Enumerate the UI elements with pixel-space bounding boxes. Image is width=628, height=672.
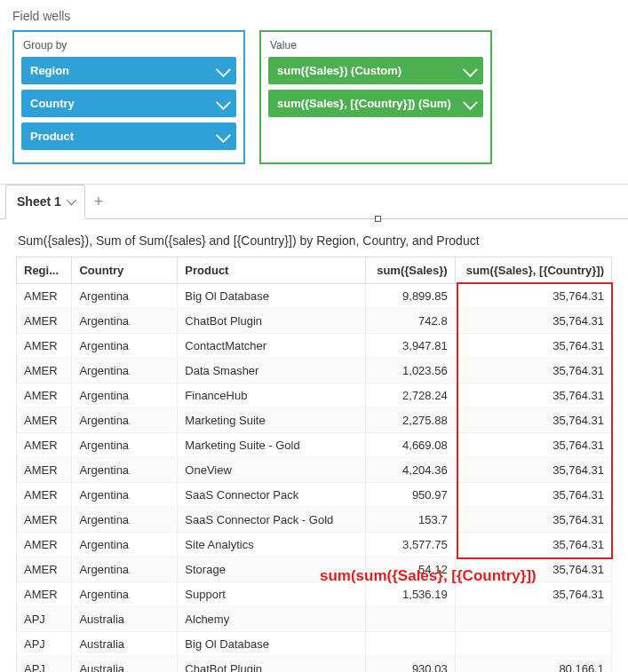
cell-sum-sales: 153.7 [365, 508, 455, 533]
cell-sum-sales: 950.97 [365, 483, 455, 508]
field-wells-row: Group by Region Country Product Value su… [0, 30, 628, 173]
cell-region: AMER [17, 533, 72, 557]
cell-country: Argentina [72, 383, 178, 408]
table-row[interactable]: AMERArgentinaData Smasher1,023.5635,764.… [17, 359, 612, 383]
cell-sum-sales: 1,536.19 [365, 582, 455, 607]
cell-sum-sales-country: 35,764.31 [455, 408, 611, 433]
cell-sum-sales-country: 35,764.31 [455, 458, 611, 483]
table-row[interactable]: AMERArgentinaMarketing Suite2,275.8835,7… [17, 408, 612, 433]
cell-product: Big Ol Database [178, 284, 366, 309]
cell-country: Argentina [72, 284, 178, 309]
group-by-title: Group by [21, 37, 236, 57]
cell-sum-sales-country: 35,764.31 [455, 359, 611, 383]
chevron-down-icon [67, 195, 76, 205]
col-header-sum-sales-country[interactable]: sum({Sales}, [{Country}]) [455, 257, 611, 284]
visual-title: Sum({sales}), Sum of Sum({sales} and [{C… [0, 219, 628, 257]
cell-country: Argentina [72, 359, 178, 383]
table-row[interactable]: APJAustraliaChatBot Plugin930.0380,166.1 [17, 657, 612, 673]
cell-product: Site Analytics [178, 533, 366, 557]
cell-region: AMER [17, 309, 72, 334]
cell-product: Support [178, 582, 366, 607]
cell-region: APJ [17, 657, 72, 673]
cell-sum-sales: 742.8 [365, 309, 455, 334]
cell-product: Marketing Suite - Gold [178, 433, 366, 458]
value-pill-sum-sales[interactable]: sum({Sales}) (Custom) [268, 57, 483, 84]
cell-country: Argentina [72, 483, 178, 508]
cell-region: APJ [17, 632, 72, 657]
cell-region: AMER [17, 408, 72, 433]
cell-product: FinanceHub [178, 383, 366, 408]
cell-product: Marketing Suite [178, 408, 366, 433]
cell-sum-sales-country: 35,764.31 [455, 334, 611, 359]
table-row[interactable]: AMERArgentinaChatBot Plugin742.835,764.3… [17, 309, 612, 334]
col-header-sum-sales[interactable]: sum({Sales}) [365, 257, 455, 284]
field-wells-header: Field wells [0, 0, 628, 30]
cell-country: Argentina [72, 408, 178, 433]
pill-label: Country [30, 97, 75, 110]
col-header-region[interactable]: Regi... [17, 257, 72, 284]
cell-product: Alchemy [178, 607, 366, 632]
cell-country: Argentina [72, 582, 178, 607]
sheet-area: Sheet 1 + Sum({sales}), Sum of Sum({sale… [0, 184, 628, 672]
cell-sum-sales: 2,728.24 [365, 383, 455, 408]
cell-region: AMER [17, 483, 72, 508]
group-pill-product[interactable]: Product [21, 123, 236, 150]
table-row[interactable]: AMERArgentinaOneView4,204.3635,764.31 [17, 458, 612, 483]
cell-product: ChatBot Plugin [178, 309, 366, 334]
cell-sum-sales-country: 35,764.31 [455, 483, 611, 508]
cell-sum-sales-country [455, 607, 611, 632]
cell-region: AMER [17, 359, 72, 383]
cell-product: SaaS Connector Pack - Gold [178, 508, 366, 533]
cell-country: Argentina [72, 508, 178, 533]
table-row[interactable]: AMERArgentinaFinanceHub2,728.2435,764.31 [17, 383, 612, 408]
cell-sum-sales-country [455, 632, 611, 657]
cell-sum-sales [365, 632, 455, 657]
chevron-down-icon [216, 62, 231, 77]
cell-region: AMER [17, 433, 72, 458]
tab-sheet-1[interactable]: Sheet 1 [5, 185, 85, 219]
value-well: Value sum({Sales}) (Custom) sum({Sales},… [259, 30, 492, 164]
col-header-country[interactable]: Country [72, 257, 178, 284]
chevron-down-icon [216, 128, 231, 143]
value-pill-sum-sales-country[interactable]: sum({Sales}, [{Country}]) (Sum) [268, 90, 483, 117]
cell-sum-sales: 3,947.81 [365, 334, 455, 359]
chevron-down-icon [463, 95, 478, 110]
col-header-product[interactable]: Product [178, 257, 366, 284]
selection-handle-icon[interactable] [375, 216, 381, 222]
table-row[interactable]: AMERArgentinaSite Analytics3,577.7535,76… [17, 533, 612, 557]
group-pill-country[interactable]: Country [21, 90, 236, 117]
group-by-well: Group by Region Country Product [12, 30, 245, 164]
cell-sum-sales-country: 35,764.31 [455, 383, 611, 408]
cell-sum-sales-country: 35,764.31 [455, 309, 611, 334]
cell-sum-sales: 4,669.08 [365, 433, 455, 458]
cell-sum-sales: 2,275.88 [365, 408, 455, 433]
cell-region: AMER [17, 334, 72, 359]
cell-country: Argentina [72, 433, 178, 458]
table-row[interactable]: AMERArgentinaBig Ol Database9,899.8535,7… [17, 284, 612, 309]
cell-product: ChatBot Plugin [178, 657, 366, 673]
table-row[interactable]: AMERArgentinaSaaS Connector Pack - Gold1… [17, 508, 612, 533]
cell-country: Australia [72, 632, 178, 657]
cell-country: Argentina [72, 458, 178, 483]
table-row[interactable]: APJAustraliaAlchemy [17, 607, 612, 632]
cell-country: Argentina [72, 533, 178, 557]
cell-sum-sales-country: 35,764.31 [455, 284, 611, 309]
pill-label: Product [30, 130, 74, 143]
table-row[interactable]: AMERArgentinaContactMatcher3,947.8135,76… [17, 334, 612, 359]
table-row[interactable]: AMERArgentinaMarketing Suite - Gold4,669… [17, 433, 612, 458]
chevron-down-icon [463, 62, 478, 77]
value-title: Value [268, 37, 483, 57]
annotation-text: sum(sum({Sales}, [{Country}]) [320, 567, 537, 585]
cell-product: OneView [178, 458, 366, 483]
cell-region: AMER [17, 508, 72, 533]
cell-region: AMER [17, 557, 72, 582]
table-row[interactable]: APJAustraliaBig Ol Database [17, 632, 612, 657]
cell-sum-sales: 4,204.36 [365, 458, 455, 483]
cell-sum-sales-country: 35,764.31 [455, 533, 611, 557]
table-row[interactable]: AMERArgentinaSaaS Connector Pack950.9735… [17, 483, 612, 508]
chevron-down-icon [216, 95, 231, 110]
add-sheet-button[interactable]: + [85, 186, 113, 218]
group-pill-region[interactable]: Region [21, 57, 236, 84]
table-row[interactable]: AMERArgentinaSupport1,536.1935,764.31 [17, 582, 612, 607]
tab-label: Sheet 1 [17, 194, 61, 209]
